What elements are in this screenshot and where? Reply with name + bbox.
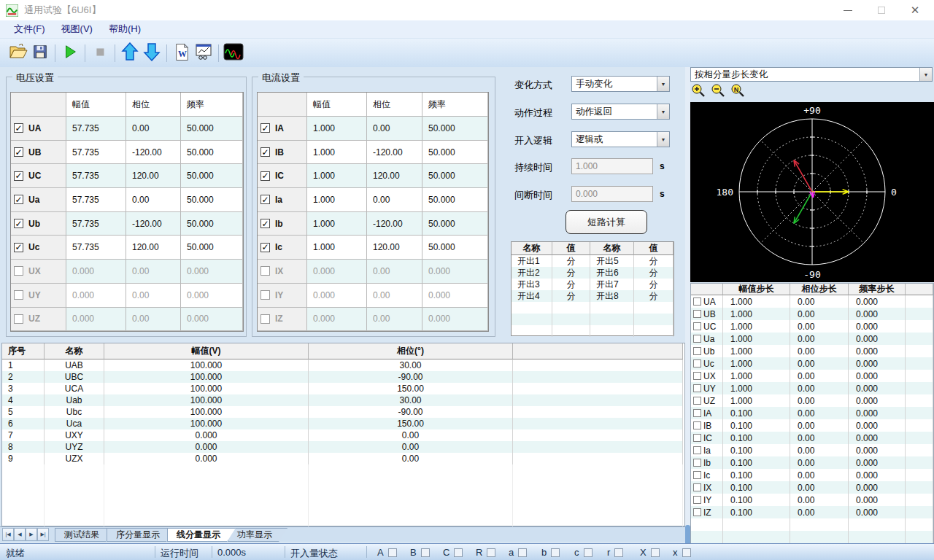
maximize-button[interactable] (867, 0, 896, 20)
phase-cell[interactable]: 120.00 (126, 236, 181, 260)
minimize-button[interactable] (833, 0, 862, 20)
amp-step-cell[interactable]: 1.000 (723, 295, 790, 308)
checkbox-step-Ib[interactable] (693, 459, 701, 467)
checkbox-step-UX[interactable] (693, 372, 701, 380)
frequency-cell[interactable]: 50.000 (422, 117, 488, 141)
checkbox-step-Ua[interactable] (693, 335, 701, 343)
freq-step-cell[interactable]: 0.000 (849, 494, 906, 506)
checkbox-step-Ic[interactable] (693, 471, 701, 479)
checkbox-Ub[interactable]: ✓ (14, 219, 23, 228)
amp-step-cell[interactable]: 0.100 (723, 456, 790, 469)
checkbox-step-UZ[interactable] (693, 397, 701, 405)
amplitude-cell[interactable]: 1.000 (307, 188, 367, 212)
checkbox-step-UC[interactable] (693, 322, 701, 330)
amp-step-cell[interactable]: 0.100 (723, 494, 790, 506)
freq-step-cell[interactable]: 0.000 (849, 506, 906, 518)
amp-step-cell[interactable]: 0.100 (723, 444, 790, 456)
amp-step-cell[interactable]: 0.100 (723, 419, 790, 432)
amp-step-cell[interactable]: 1.000 (723, 345, 790, 357)
phase-step-cell[interactable]: 0.00 (790, 494, 849, 506)
phase-step-cell[interactable]: 0.00 (790, 456, 849, 469)
amp-step-cell[interactable]: 0.100 (723, 506, 790, 518)
checkbox-Ua[interactable]: ✓ (14, 195, 23, 204)
phase-step-cell[interactable]: 0.00 (790, 469, 849, 481)
amp-step-cell[interactable]: 0.100 (723, 481, 790, 494)
frequency-cell[interactable]: 50.000 (422, 188, 488, 212)
amplitude-cell[interactable]: 1.000 (307, 117, 367, 141)
amp-step-cell[interactable]: 0.100 (723, 432, 790, 444)
start-test-button[interactable] (59, 42, 81, 64)
checkbox-step-UY[interactable] (693, 384, 701, 392)
amplitude-cell[interactable]: 1.000 (307, 164, 367, 188)
phase-step-cell[interactable]: 0.00 (790, 394, 849, 407)
freq-step-cell[interactable]: 0.000 (849, 332, 906, 345)
phase-step-cell[interactable]: 0.00 (790, 357, 849, 370)
amplitude-cell[interactable]: 1.000 (307, 141, 367, 165)
report-view-button[interactable] (193, 42, 215, 64)
freq-step-cell[interactable]: 0.000 (849, 444, 906, 456)
tab-nav-first[interactable]: |◀ (2, 528, 14, 541)
checkbox-step-Ub[interactable] (693, 347, 701, 355)
amp-step-cell[interactable]: 1.000 (723, 357, 790, 370)
phase-cell[interactable]: 120.00 (367, 164, 422, 188)
amplitude-cell[interactable]: 57.735 (66, 188, 126, 212)
amplitude-cell[interactable]: 57.735 (66, 212, 126, 236)
amplitude-cell[interactable]: 57.735 (66, 164, 126, 188)
word-report-button[interactable]: W (171, 42, 193, 64)
amp-step-cell[interactable]: 0.100 (723, 469, 790, 481)
amplitude-cell[interactable]: 57.735 (66, 141, 126, 165)
checkbox-IC[interactable]: ✓ (260, 171, 270, 181)
frequency-cell[interactable]: 50.000 (422, 164, 488, 188)
checkbox-IY[interactable] (260, 290, 270, 300)
freq-step-cell[interactable]: 0.000 (849, 308, 906, 320)
checkbox-step-IA[interactable] (693, 409, 701, 417)
frequency-cell[interactable]: 50.000 (181, 212, 243, 236)
control-select-2[interactable]: 逻辑或▼ (571, 131, 670, 147)
checkbox-Uc[interactable]: ✓ (14, 243, 23, 252)
amp-step-cell[interactable]: 1.000 (723, 382, 790, 394)
open-file-button[interactable] (7, 42, 29, 64)
tab-3[interactable]: 功率显示 (228, 528, 287, 542)
checkbox-step-Ia[interactable] (693, 446, 701, 454)
frequency-cell[interactable]: 50.000 (181, 188, 243, 212)
amplitude-cell[interactable]: 1.000 (307, 212, 367, 236)
phase-step-cell[interactable]: 0.00 (790, 345, 849, 357)
checkbox-step-IY[interactable] (693, 496, 701, 504)
amp-step-cell[interactable]: 1.000 (723, 308, 790, 320)
phase-step-cell[interactable]: 0.00 (790, 320, 849, 332)
checkbox-UB[interactable]: ✓ (14, 147, 23, 157)
amplitude-cell[interactable]: 57.735 (66, 236, 126, 260)
phase-cell[interactable]: -120.00 (367, 212, 422, 236)
checkbox-step-Uc[interactable] (693, 359, 701, 368)
freq-step-cell[interactable]: 0.000 (849, 394, 906, 407)
phase-cell[interactable]: 120.00 (367, 236, 422, 260)
phase-cell[interactable]: -120.00 (367, 141, 422, 165)
frequency-cell[interactable]: 50.000 (181, 236, 243, 260)
phase-step-cell[interactable]: 0.00 (790, 444, 849, 456)
zoom-reset-button[interactable]: N (730, 83, 746, 99)
phase-cell[interactable]: 0.00 (367, 188, 422, 212)
freq-step-cell[interactable]: 0.000 (849, 357, 906, 370)
frequency-cell[interactable]: 50.000 (181, 164, 243, 188)
frequency-cell[interactable]: 50.000 (181, 141, 243, 165)
amp-step-cell[interactable]: 1.000 (723, 320, 790, 332)
freq-step-cell[interactable]: 0.000 (849, 469, 906, 481)
checkbox-step-IZ[interactable] (693, 508, 701, 516)
phase-cell[interactable]: -120.00 (126, 141, 181, 165)
checkbox-step-IC[interactable] (693, 434, 701, 442)
amp-step-cell[interactable]: 0.100 (723, 407, 790, 419)
phase-step-cell[interactable]: 0.00 (790, 481, 849, 494)
freq-step-cell[interactable]: 0.000 (849, 419, 906, 432)
tab-2[interactable]: 线分量显示 (167, 528, 236, 542)
tab-nav-last[interactable]: ▶| (37, 528, 49, 541)
phase-step-cell[interactable]: 0.00 (790, 432, 849, 444)
checkbox-step-UA[interactable] (693, 298, 701, 306)
tab-1[interactable]: 序分量显示 (107, 528, 175, 542)
amplitude-cell[interactable]: 1.000 (307, 236, 367, 260)
freq-step-cell[interactable]: 0.000 (849, 382, 906, 394)
checkbox-step-IX[interactable] (693, 483, 701, 491)
phase-step-cell[interactable]: 0.00 (790, 308, 849, 320)
stop-test-button[interactable] (89, 42, 111, 64)
phase-step-cell[interactable]: 0.00 (790, 370, 849, 382)
checkbox-step-IB[interactable] (693, 421, 701, 429)
